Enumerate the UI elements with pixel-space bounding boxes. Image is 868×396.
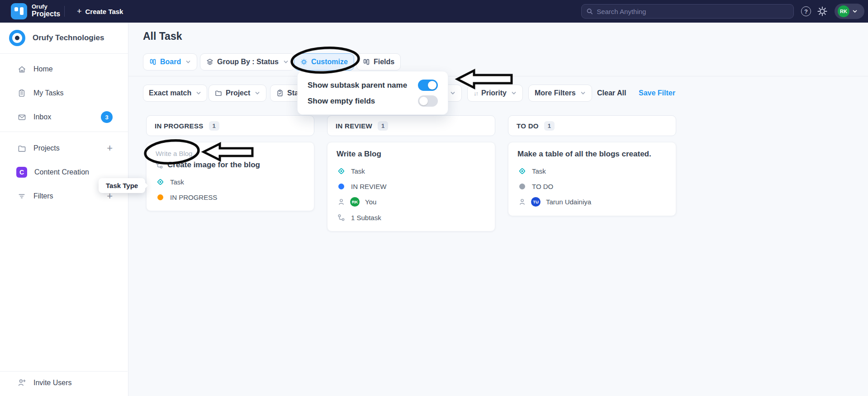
assignee-avatar: TU xyxy=(531,197,541,207)
sidebar-item-label: Projects xyxy=(33,144,60,152)
search-icon xyxy=(586,8,593,15)
brand-title: Orufy Projects xyxy=(32,4,60,18)
project-icon: C xyxy=(16,167,27,178)
customize-label: Customize xyxy=(311,58,348,66)
task-card[interactable]: Make a table of all the blogs created. T… xyxy=(508,142,676,216)
project-filter-label: Project xyxy=(226,89,250,97)
topbar: Orufy Projects + Create Task ? RK xyxy=(0,0,868,23)
more-filters-button[interactable]: More Filters xyxy=(528,85,592,102)
gear-icon xyxy=(300,58,308,66)
sidebar-item-label: Home xyxy=(33,65,53,73)
sidebar: Orufy Technologies Home My Tasks Inbox 3… xyxy=(0,23,128,396)
invite-users-label: Invite Users xyxy=(33,379,71,387)
plus-icon: + xyxy=(77,7,82,16)
create-task-label: Create Task xyxy=(85,8,123,15)
group-by-label: Group By : Status xyxy=(217,58,279,66)
match-mode-button[interactable]: Exact match xyxy=(143,85,207,102)
task-type-tooltip: Task Type xyxy=(99,178,145,193)
assignee-name: Tarun Udainiya xyxy=(546,198,591,206)
person-icon xyxy=(337,198,345,206)
column-name: IN REVIEW xyxy=(336,122,372,130)
sidebar-item-inbox[interactable]: Inbox 3 xyxy=(0,106,128,128)
filter-icon xyxy=(17,192,26,200)
clipboard-check-icon xyxy=(276,90,284,97)
sidebar-item-my-tasks[interactable]: My Tasks xyxy=(0,82,128,104)
customize-button[interactable]: Customize xyxy=(294,53,354,71)
app-window: Orufy Projects + Create Task ? RK Orufy … xyxy=(0,0,868,396)
group-by-button[interactable]: Group By : Status xyxy=(200,53,295,71)
sidebar-item-label: My Tasks xyxy=(33,89,63,97)
status-dot xyxy=(157,194,163,200)
column-name: IN PROGRESS xyxy=(155,122,204,130)
person-plus-icon xyxy=(17,378,26,387)
column-to-do: TO DO 1 Make a table of all the blogs cr… xyxy=(508,115,676,231)
priority-label: Priority xyxy=(481,89,507,97)
status-dot xyxy=(519,184,525,189)
column-name: TO DO xyxy=(517,122,539,130)
column-header: IN PROGRESS 1 xyxy=(146,115,314,136)
more-filters-label: More Filters xyxy=(535,89,576,97)
sidebar-footer: Invite Users xyxy=(0,371,128,396)
sort-icon: ↓↑ xyxy=(474,90,478,97)
save-filter-button[interactable]: Save Filter xyxy=(639,85,675,102)
board-view-label: Board xyxy=(160,58,181,66)
task-type-icon xyxy=(156,178,165,186)
global-search[interactable] xyxy=(581,4,794,19)
create-task-button[interactable]: + Create Task xyxy=(77,0,123,23)
show-subtask-parent-toggle[interactable] xyxy=(418,80,438,91)
search-input[interactable] xyxy=(597,8,789,15)
task-type-icon xyxy=(518,167,526,175)
sidebar-item-projects[interactable]: Projects + xyxy=(0,137,128,159)
inbox-icon xyxy=(17,113,26,122)
toolbar-divider xyxy=(128,76,868,76)
show-empty-fields-toggle[interactable] xyxy=(418,95,438,107)
subtask-parent-name: Write a Blog xyxy=(156,150,305,157)
card-title: Create image for the blog xyxy=(167,160,260,170)
status-label: TO DO xyxy=(532,183,553,190)
project-filter-button[interactable]: Project xyxy=(209,85,266,102)
chevron-down-icon xyxy=(196,90,201,96)
kanban-board: IN PROGRESS 1 Write a Blog Create image … xyxy=(146,115,676,231)
task-card[interactable]: Write a Blog Create image for the blog T… xyxy=(146,142,314,211)
invite-users-button[interactable]: Invite Users xyxy=(0,378,128,387)
menu-row-show-empty-fields: Show empty fields xyxy=(308,93,438,109)
column-in-review: IN REVIEW 1 Write a Blog Task xyxy=(327,115,495,231)
task-type-row: Task xyxy=(156,177,305,186)
settings-button[interactable] xyxy=(817,6,828,19)
match-mode-label: Exact match xyxy=(149,89,191,97)
status-dot xyxy=(338,184,344,189)
help-button[interactable]: ? xyxy=(801,6,811,16)
status-label: IN REVIEW xyxy=(351,183,386,190)
column-count-badge: 1 xyxy=(544,121,555,131)
chevron-down-icon xyxy=(255,90,260,96)
workspace-name: Orufy Technologies xyxy=(33,33,104,42)
fields-button[interactable]: Fields xyxy=(356,53,401,71)
column-header: IN REVIEW 1 xyxy=(327,115,495,136)
workspace-switcher[interactable]: Orufy Technologies xyxy=(0,23,128,53)
subtask-count-label: 1 Subtask xyxy=(351,214,381,222)
task-type-label: Task xyxy=(170,178,184,186)
add-project-button[interactable]: + xyxy=(107,143,113,153)
priority-sort-button[interactable]: ↓↑ Priority xyxy=(467,85,523,102)
sidebar-item-home[interactable]: Home xyxy=(0,58,128,80)
task-type-label: Task xyxy=(351,167,365,175)
kanban-icon xyxy=(149,58,157,66)
assignee-row: RK You xyxy=(337,197,486,207)
menu-option-label: Show subtask parent name xyxy=(308,81,407,90)
brand-line2: Projects xyxy=(32,10,60,18)
board-view-button[interactable]: Board xyxy=(143,53,197,71)
customize-menu: Show subtask parent name Show empty fiel… xyxy=(297,71,448,115)
fields-label: Fields xyxy=(374,58,394,66)
sidebar-divider xyxy=(0,132,128,132)
task-type-icon xyxy=(337,167,346,175)
inbox-badge: 3 xyxy=(101,111,113,123)
help-icon: ? xyxy=(804,8,808,15)
user-menu[interactable]: RK xyxy=(835,4,864,19)
status-row: IN REVIEW xyxy=(337,182,486,191)
card-title: Write a Blog xyxy=(337,150,381,159)
app-logo-icon[interactable] xyxy=(11,3,27,19)
clear-all-button[interactable]: Clear All xyxy=(597,85,626,102)
task-card[interactable]: Write a Blog Task IN REVIEW xyxy=(327,142,495,231)
card-title: Make a table of all the blogs created. xyxy=(517,150,651,159)
assignee-avatar: RK xyxy=(350,197,360,207)
